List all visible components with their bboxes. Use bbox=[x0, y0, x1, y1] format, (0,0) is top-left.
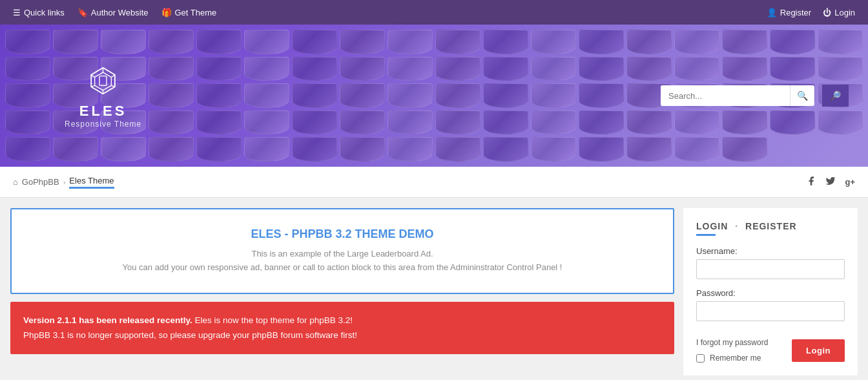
scale-tile bbox=[770, 111, 815, 135]
scale-tile bbox=[531, 57, 576, 81]
ad-title: ELES - PHPBB 3.2 THEME DEMO bbox=[25, 227, 660, 241]
alert-line1: Version 2.1.1 has been released recently… bbox=[23, 313, 661, 328]
login-word: LOGIN bbox=[696, 221, 728, 231]
home-icon: ⌂ bbox=[13, 177, 18, 187]
scale-tile bbox=[388, 137, 433, 162]
scale-tile bbox=[388, 111, 433, 135]
quick-links-label: Quick links bbox=[24, 8, 65, 17]
scale-tile bbox=[149, 111, 194, 135]
bookmark-icon: 🔖 bbox=[78, 8, 88, 17]
facebook-icon[interactable] bbox=[806, 176, 816, 189]
scale-tile bbox=[149, 57, 194, 81]
ad-title-pre: ELES - PHPBB bbox=[251, 227, 335, 240]
scale-tile bbox=[579, 30, 624, 54]
scale-tile bbox=[722, 57, 767, 81]
hero-banner: ELES Responsive Theme 🔍 🔎 bbox=[0, 25, 868, 167]
scale-tile bbox=[101, 30, 146, 54]
scale-tile bbox=[818, 111, 863, 135]
scale-tile bbox=[244, 111, 289, 135]
scale-tile bbox=[579, 57, 624, 81]
advanced-search-button[interactable]: 🔎 bbox=[822, 85, 849, 107]
quick-links-menu[interactable]: ☰ Quick links bbox=[13, 8, 65, 17]
alert-box: Version 2.1.1 has been released recently… bbox=[10, 302, 674, 355]
login-submit-button[interactable]: Login bbox=[792, 339, 845, 362]
ad-title-post: THEME DEMO bbox=[352, 227, 434, 240]
scale-tile bbox=[579, 111, 624, 135]
hero-search-area: 🔍 🔎 bbox=[661, 85, 849, 107]
scale-tile bbox=[674, 137, 719, 162]
breadcrumb-current: Eles Theme bbox=[69, 176, 114, 189]
forgot-password-link[interactable]: I forgot my password bbox=[696, 338, 768, 347]
search-box: 🔍 bbox=[661, 85, 814, 106]
googleplus-icon[interactable]: g+ bbox=[845, 177, 855, 187]
ad-banner: ELES - PHPBB 3.2 THEME DEMO This is an e… bbox=[10, 208, 674, 294]
author-website-link[interactable]: 🔖 Author Website bbox=[78, 8, 149, 17]
scale-tile bbox=[770, 30, 815, 54]
login-dot: · bbox=[735, 221, 738, 231]
top-nav-right: 👤 Register ⏻ Login bbox=[767, 8, 855, 17]
ad-line1: This is an example of the Large Leaderbo… bbox=[25, 248, 660, 261]
scale-tile bbox=[244, 83, 289, 108]
site-name: ELES bbox=[79, 103, 127, 120]
search-input[interactable] bbox=[661, 86, 790, 106]
login-link[interactable]: ⏻ Login bbox=[823, 8, 855, 17]
svg-marker-1 bbox=[95, 72, 112, 90]
menu-icon: ☰ bbox=[13, 8, 21, 17]
scale-tile bbox=[53, 30, 98, 54]
breadcrumb: ⌂ GoPhpBB › Eles Theme bbox=[13, 176, 114, 189]
top-nav-left: ☰ Quick links 🔖 Author Website 🎁 Get The… bbox=[13, 8, 216, 17]
scale-tile bbox=[722, 137, 767, 162]
site-logo-icon bbox=[85, 63, 121, 99]
top-navigation: ☰ Quick links 🔖 Author Website 🎁 Get The… bbox=[0, 0, 868, 25]
scale-tile bbox=[340, 30, 385, 54]
scale-tile bbox=[483, 83, 528, 108]
scale-tile bbox=[292, 137, 337, 162]
password-input[interactable] bbox=[696, 301, 845, 321]
scale-tile bbox=[149, 137, 194, 162]
scale-tile bbox=[292, 83, 337, 108]
search-button[interactable]: 🔍 bbox=[790, 85, 814, 106]
register-link[interactable]: 👤 Register bbox=[767, 8, 811, 17]
twitter-icon[interactable] bbox=[825, 176, 836, 189]
breadcrumb-home-link[interactable]: GoPhpBB bbox=[22, 177, 59, 187]
social-icons: g+ bbox=[806, 176, 855, 189]
scale-tile bbox=[5, 111, 50, 135]
svg-rect-2 bbox=[99, 76, 107, 86]
gift-icon: 🎁 bbox=[161, 8, 172, 17]
scale-tile bbox=[5, 137, 50, 162]
scale-tile bbox=[388, 83, 433, 108]
power-icon: ⏻ bbox=[823, 8, 831, 17]
password-label: Password: bbox=[696, 288, 845, 298]
scale-tile bbox=[674, 111, 719, 135]
scale-tile bbox=[818, 30, 863, 54]
scale-tile bbox=[5, 83, 50, 108]
scale-tile bbox=[340, 111, 385, 135]
username-label: Username: bbox=[696, 246, 845, 256]
scale-tile bbox=[244, 30, 289, 54]
scale-tile bbox=[531, 137, 576, 162]
scale-tile bbox=[531, 83, 576, 108]
remember-me-checkbox[interactable] bbox=[696, 354, 705, 363]
scale-tile bbox=[722, 30, 767, 54]
scale-tile bbox=[196, 111, 242, 135]
scale-tile bbox=[292, 111, 337, 135]
scale-tile bbox=[818, 57, 863, 81]
breadcrumb-bar: ⌂ GoPhpBB › Eles Theme g+ bbox=[0, 167, 868, 198]
register-label: Register bbox=[780, 8, 811, 17]
alert-bold: Version 2.1.1 has been released recently… bbox=[23, 315, 192, 325]
scale-tile bbox=[196, 57, 242, 81]
user-plus-icon: 👤 bbox=[767, 8, 777, 17]
login-left: I forgot my password Remember me bbox=[696, 338, 768, 363]
content-area: ELES - PHPBB 3.2 THEME DEMO This is an e… bbox=[10, 208, 674, 375]
scale-tile bbox=[531, 30, 576, 54]
scale-tile bbox=[435, 57, 480, 81]
scale-tile bbox=[292, 57, 337, 81]
scale-tile bbox=[196, 30, 242, 54]
scale-tile bbox=[435, 137, 480, 162]
remember-me-label: Remember me bbox=[710, 354, 761, 363]
register-word: REGISTER bbox=[745, 221, 797, 231]
get-theme-link[interactable]: 🎁 Get Theme bbox=[161, 8, 217, 17]
ad-subtitle: This is an example of the Large Leaderbo… bbox=[25, 248, 660, 275]
scale-tile bbox=[483, 30, 528, 54]
username-input[interactable] bbox=[696, 259, 845, 279]
